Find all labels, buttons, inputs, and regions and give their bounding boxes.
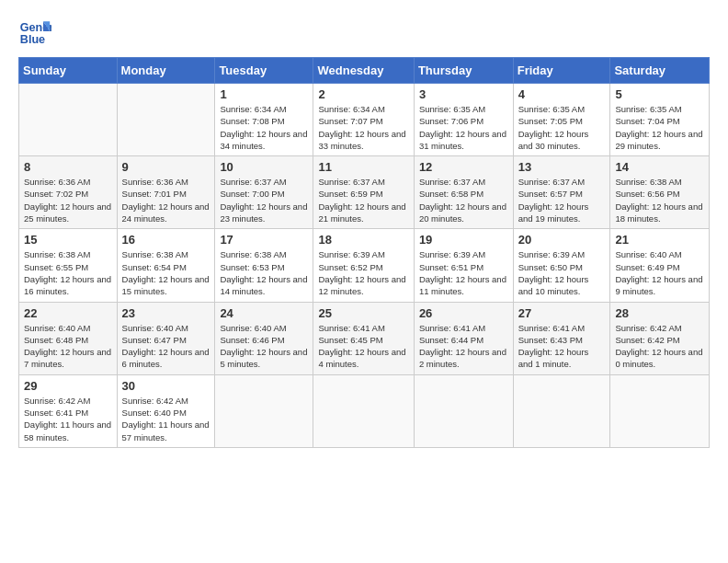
day-info: Sunrise: 6:35 AM Sunset: 7:05 PM Dayligh… bbox=[518, 103, 606, 152]
day-number: 4 bbox=[518, 87, 606, 101]
day-info: Sunrise: 6:40 AM Sunset: 6:48 PM Dayligh… bbox=[24, 322, 112, 371]
day-cell: 19 Sunrise: 6:39 AM Sunset: 6:51 PM Dayl… bbox=[414, 229, 513, 302]
day-number: 16 bbox=[122, 233, 210, 247]
day-cell bbox=[513, 374, 610, 447]
day-cell: 5 Sunrise: 6:35 AM Sunset: 7:04 PM Dayli… bbox=[610, 84, 710, 156]
day-number: 5 bbox=[615, 87, 704, 101]
day-number: 1 bbox=[220, 87, 308, 101]
day-info: Sunrise: 6:38 AM Sunset: 6:55 PM Dayligh… bbox=[24, 248, 112, 297]
day-cell: 3 Sunrise: 6:35 AM Sunset: 7:06 PM Dayli… bbox=[414, 84, 513, 156]
day-info: Sunrise: 6:37 AM Sunset: 6:59 PM Dayligh… bbox=[318, 176, 408, 224]
day-info: Sunrise: 6:37 AM Sunset: 6:57 PM Dayligh… bbox=[518, 176, 606, 224]
day-number: 13 bbox=[518, 160, 606, 174]
day-info: Sunrise: 6:34 AM Sunset: 7:08 PM Dayligh… bbox=[220, 103, 308, 152]
day-number: 22 bbox=[24, 306, 112, 320]
day-number: 15 bbox=[24, 233, 112, 247]
day-header: Sunday bbox=[19, 58, 118, 84]
day-info: Sunrise: 6:38 AM Sunset: 6:56 PM Dayligh… bbox=[615, 176, 704, 224]
day-cell: 26 Sunrise: 6:41 AM Sunset: 6:44 PM Dayl… bbox=[414, 302, 513, 374]
day-cell: 28 Sunrise: 6:42 AM Sunset: 6:42 PM Dayl… bbox=[610, 302, 710, 374]
day-header: Tuesday bbox=[215, 58, 313, 84]
day-info: Sunrise: 6:42 AM Sunset: 6:41 PM Dayligh… bbox=[24, 395, 112, 443]
day-number: 11 bbox=[318, 160, 408, 174]
day-cell: 30 Sunrise: 6:42 AM Sunset: 6:40 PM Dayl… bbox=[117, 374, 215, 447]
day-info: Sunrise: 6:36 AM Sunset: 7:02 PM Dayligh… bbox=[24, 176, 112, 224]
day-number: 2 bbox=[318, 87, 408, 101]
week-row: 29 Sunrise: 6:42 AM Sunset: 6:41 PM Dayl… bbox=[19, 374, 710, 447]
day-number: 19 bbox=[419, 233, 508, 247]
day-info: Sunrise: 6:42 AM Sunset: 6:40 PM Dayligh… bbox=[122, 395, 210, 443]
day-info: Sunrise: 6:41 AM Sunset: 6:45 PM Dayligh… bbox=[318, 322, 408, 371]
day-info: Sunrise: 6:40 AM Sunset: 6:47 PM Dayligh… bbox=[122, 322, 210, 371]
day-info: Sunrise: 6:39 AM Sunset: 6:50 PM Dayligh… bbox=[518, 248, 606, 297]
day-cell: 14 Sunrise: 6:38 AM Sunset: 6:56 PM Dayl… bbox=[610, 156, 710, 229]
day-info: Sunrise: 6:38 AM Sunset: 6:54 PM Dayligh… bbox=[122, 248, 210, 297]
day-cell: 13 Sunrise: 6:37 AM Sunset: 6:57 PM Dayl… bbox=[513, 156, 610, 229]
day-number: 21 bbox=[615, 233, 704, 247]
day-info: Sunrise: 6:41 AM Sunset: 6:43 PM Dayligh… bbox=[518, 322, 606, 371]
day-number: 24 bbox=[220, 306, 308, 320]
logo-icon: General Blue bbox=[18, 15, 51, 48]
day-cell: 15 Sunrise: 6:38 AM Sunset: 6:55 PM Dayl… bbox=[19, 229, 118, 302]
day-cell: 21 Sunrise: 6:40 AM Sunset: 6:49 PM Dayl… bbox=[610, 229, 710, 302]
page: General Blue SundayMondayTuesdayWednesda… bbox=[0, 0, 728, 563]
day-number: 3 bbox=[419, 87, 508, 101]
day-info: Sunrise: 6:38 AM Sunset: 6:53 PM Dayligh… bbox=[220, 248, 308, 297]
day-header: Wednesday bbox=[313, 58, 414, 84]
day-number: 12 bbox=[419, 160, 508, 174]
day-cell bbox=[313, 374, 414, 447]
day-info: Sunrise: 6:41 AM Sunset: 6:44 PM Dayligh… bbox=[419, 322, 508, 371]
calendar-table: SundayMondayTuesdayWednesdayThursdayFrid… bbox=[18, 57, 710, 448]
day-cell: 16 Sunrise: 6:38 AM Sunset: 6:54 PM Dayl… bbox=[117, 229, 215, 302]
day-cell: 20 Sunrise: 6:39 AM Sunset: 6:50 PM Dayl… bbox=[513, 229, 610, 302]
day-info: Sunrise: 6:34 AM Sunset: 7:07 PM Dayligh… bbox=[318, 103, 408, 152]
day-number: 28 bbox=[615, 306, 704, 320]
day-number: 20 bbox=[518, 233, 606, 247]
day-number: 26 bbox=[419, 306, 508, 320]
day-cell bbox=[117, 84, 215, 156]
day-cell: 4 Sunrise: 6:35 AM Sunset: 7:05 PM Dayli… bbox=[513, 84, 610, 156]
day-info: Sunrise: 6:42 AM Sunset: 6:42 PM Dayligh… bbox=[615, 322, 704, 371]
day-cell bbox=[414, 374, 513, 447]
header: General Blue bbox=[18, 15, 710, 48]
day-cell bbox=[610, 374, 710, 447]
day-cell bbox=[215, 374, 313, 447]
week-row: 8 Sunrise: 6:36 AM Sunset: 7:02 PM Dayli… bbox=[19, 156, 710, 229]
day-cell: 9 Sunrise: 6:36 AM Sunset: 7:01 PM Dayli… bbox=[117, 156, 215, 229]
day-cell: 23 Sunrise: 6:40 AM Sunset: 6:47 PM Dayl… bbox=[117, 302, 215, 374]
logo: General Blue bbox=[18, 15, 55, 48]
day-info: Sunrise: 6:36 AM Sunset: 7:01 PM Dayligh… bbox=[122, 176, 210, 224]
day-cell: 11 Sunrise: 6:37 AM Sunset: 6:59 PM Dayl… bbox=[313, 156, 414, 229]
day-cell: 10 Sunrise: 6:37 AM Sunset: 7:00 PM Dayl… bbox=[215, 156, 313, 229]
day-number: 17 bbox=[220, 233, 308, 247]
day-number: 10 bbox=[220, 160, 308, 174]
day-cell: 24 Sunrise: 6:40 AM Sunset: 6:46 PM Dayl… bbox=[215, 302, 313, 374]
day-info: Sunrise: 6:37 AM Sunset: 7:00 PM Dayligh… bbox=[220, 176, 308, 224]
day-cell: 17 Sunrise: 6:38 AM Sunset: 6:53 PM Dayl… bbox=[215, 229, 313, 302]
day-info: Sunrise: 6:35 AM Sunset: 7:06 PM Dayligh… bbox=[419, 103, 508, 152]
week-row: 22 Sunrise: 6:40 AM Sunset: 6:48 PM Dayl… bbox=[19, 302, 710, 374]
week-row: 1 Sunrise: 6:34 AM Sunset: 7:08 PM Dayli… bbox=[19, 84, 710, 156]
day-header: Thursday bbox=[414, 58, 513, 84]
svg-text:Blue: Blue bbox=[20, 33, 45, 46]
day-info: Sunrise: 6:40 AM Sunset: 6:49 PM Dayligh… bbox=[615, 248, 704, 297]
day-cell: 1 Sunrise: 6:34 AM Sunset: 7:08 PM Dayli… bbox=[215, 84, 313, 156]
day-cell: 2 Sunrise: 6:34 AM Sunset: 7:07 PM Dayli… bbox=[313, 84, 414, 156]
day-cell: 18 Sunrise: 6:39 AM Sunset: 6:52 PM Dayl… bbox=[313, 229, 414, 302]
day-cell: 29 Sunrise: 6:42 AM Sunset: 6:41 PM Dayl… bbox=[19, 374, 118, 447]
day-info: Sunrise: 6:37 AM Sunset: 6:58 PM Dayligh… bbox=[419, 176, 508, 224]
day-cell bbox=[19, 84, 118, 156]
day-header: Monday bbox=[117, 58, 215, 84]
day-number: 9 bbox=[122, 160, 210, 174]
day-info: Sunrise: 6:40 AM Sunset: 6:46 PM Dayligh… bbox=[220, 322, 308, 371]
day-number: 29 bbox=[24, 379, 112, 393]
day-number: 27 bbox=[518, 306, 606, 320]
day-cell: 8 Sunrise: 6:36 AM Sunset: 7:02 PM Dayli… bbox=[19, 156, 118, 229]
header-row: SundayMondayTuesdayWednesdayThursdayFrid… bbox=[19, 58, 710, 84]
day-header: Friday bbox=[513, 58, 610, 84]
day-number: 8 bbox=[24, 160, 112, 174]
day-cell: 12 Sunrise: 6:37 AM Sunset: 6:58 PM Dayl… bbox=[414, 156, 513, 229]
day-cell: 27 Sunrise: 6:41 AM Sunset: 6:43 PM Dayl… bbox=[513, 302, 610, 374]
day-number: 14 bbox=[615, 160, 704, 174]
day-cell: 22 Sunrise: 6:40 AM Sunset: 6:48 PM Dayl… bbox=[19, 302, 118, 374]
